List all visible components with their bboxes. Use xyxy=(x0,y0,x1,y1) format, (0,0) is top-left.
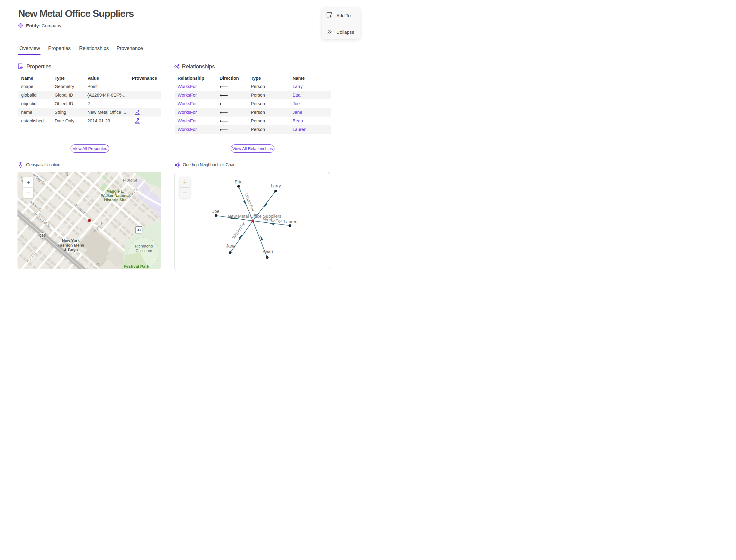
svg-text:Maggie L.: Maggie L. xyxy=(106,189,124,194)
svg-text:Richmond: Richmond xyxy=(135,244,153,248)
svg-text:N 3rd St: N 3rd St xyxy=(123,178,137,182)
svg-text:Coliseum: Coliseum xyxy=(136,248,152,253)
svg-text:Beau: Beau xyxy=(263,249,273,254)
svg-text:Walker National: Walker National xyxy=(101,194,129,198)
svg-text:New York: New York xyxy=(62,238,80,243)
svg-text:Lauren: Lauren xyxy=(284,219,297,224)
svg-text:Festival Park: Festival Park xyxy=(124,264,149,269)
svg-text:Etta: Etta xyxy=(235,179,243,184)
svg-text:Historic Site: Historic Site xyxy=(104,198,127,202)
svg-text:WorksFor: WorksFor xyxy=(231,221,246,240)
svg-text:& Boys: & Boys xyxy=(64,247,78,252)
svg-text:Larry: Larry xyxy=(271,183,281,188)
svg-text:Jane: Jane xyxy=(226,244,236,248)
svg-text:Fashion Mens: Fashion Mens xyxy=(58,243,84,247)
svg-text:250: 250 xyxy=(40,234,45,237)
svg-text:Joe: Joe xyxy=(212,209,219,214)
svg-text:33: 33 xyxy=(137,228,140,232)
